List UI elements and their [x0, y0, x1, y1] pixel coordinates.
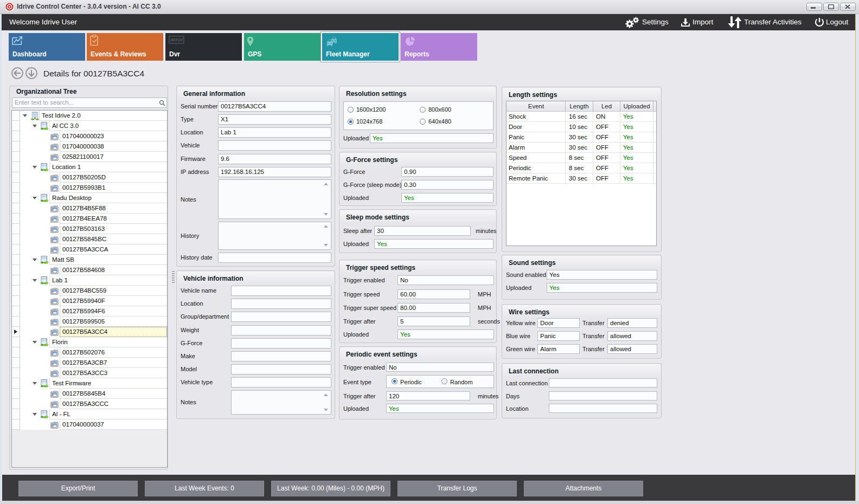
svg-text:MERGE: MERGE	[170, 38, 183, 42]
